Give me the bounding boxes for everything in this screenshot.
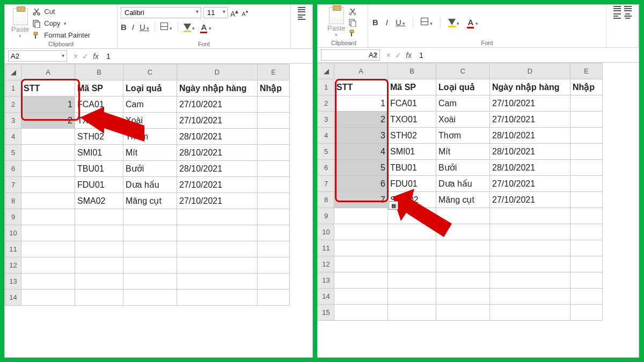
cell[interactable]	[21, 274, 75, 290]
cell[interactable]: TBU01	[75, 161, 123, 177]
row-header[interactable]: 4	[5, 129, 21, 145]
row-header[interactable]: 11	[5, 241, 21, 257]
font-size-combo[interactable]: 11	[203, 7, 228, 18]
cell[interactable]	[490, 240, 570, 256]
table-header-cell[interactable]: Nhập	[258, 80, 290, 97]
cancel-formula-button[interactable]: ×	[74, 52, 78, 61]
row-header[interactable]: 9	[318, 208, 334, 224]
row-header[interactable]: 5	[5, 145, 21, 161]
cell[interactable]: TXO01	[75, 113, 123, 129]
cell[interactable]	[21, 177, 75, 193]
cell[interactable]	[21, 193, 75, 209]
autofill-options-icon[interactable]: ▦	[389, 201, 398, 210]
cell[interactable]	[388, 240, 436, 256]
column-header[interactable]: D	[177, 64, 258, 80]
cell[interactable]	[388, 305, 436, 321]
row-header[interactable]: 15	[318, 305, 334, 321]
cell[interactable]	[258, 241, 290, 257]
cell[interactable]	[570, 128, 603, 144]
cell[interactable]	[75, 274, 123, 290]
increase-font-button[interactable]: A▴	[230, 8, 238, 18]
cell[interactable]: FCA01	[75, 97, 123, 113]
cell[interactable]: FDU01	[388, 176, 436, 192]
cell[interactable]: 28/10/2021	[490, 128, 570, 144]
cell[interactable]	[75, 225, 123, 241]
cell[interactable]: 2	[334, 112, 388, 128]
cell[interactable]: Dưa hấu	[123, 177, 177, 193]
formula-input[interactable]: 1	[415, 51, 428, 60]
cell[interactable]	[334, 240, 388, 256]
cell[interactable]	[258, 129, 290, 145]
name-box[interactable]: A2	[321, 49, 380, 61]
cell[interactable]: 5	[334, 160, 388, 176]
cell[interactable]: Mít	[123, 145, 177, 161]
row-header[interactable]: 12	[318, 256, 334, 272]
row-header[interactable]: 2	[318, 95, 334, 112]
cell[interactable]	[334, 224, 388, 240]
cell[interactable]	[334, 208, 388, 224]
cell[interactable]	[570, 144, 603, 160]
cell[interactable]	[570, 176, 603, 192]
decrease-font-button[interactable]: A▾	[241, 9, 248, 17]
cell[interactable]	[570, 224, 603, 240]
cell[interactable]	[570, 305, 603, 321]
row-header[interactable]: 3	[5, 113, 21, 129]
cell[interactable]	[570, 256, 603, 272]
column-header[interactable]: C	[436, 63, 490, 79]
row-header[interactable]: 6	[318, 160, 334, 176]
cell[interactable]	[75, 209, 123, 225]
cell[interactable]	[21, 129, 75, 145]
cell[interactable]	[570, 192, 603, 208]
bold-button[interactable]: B	[121, 23, 127, 32]
cell[interactable]	[490, 256, 570, 272]
table-header-cell[interactable]: Loại quả	[436, 79, 490, 95]
cell[interactable]: 7	[334, 192, 388, 208]
cell[interactable]	[570, 112, 603, 128]
table-header-cell[interactable]: Ngày nhập hàng	[490, 79, 570, 95]
paste-button[interactable]: Paste ▾	[8, 7, 32, 40]
select-all-corner[interactable]: ◢	[318, 63, 334, 79]
cell[interactable]: 28/10/2021	[490, 144, 570, 160]
font-name-combo[interactable]: Calibri	[121, 7, 201, 18]
cell[interactable]	[123, 257, 177, 274]
cell[interactable]	[490, 208, 570, 224]
cell[interactable]	[258, 290, 290, 306]
align-left-icon[interactable]	[613, 13, 621, 19]
cell[interactable]	[570, 208, 603, 224]
font-color-button[interactable]: A	[200, 23, 211, 32]
format-painter-button[interactable]: Format Painter	[32, 31, 90, 40]
cell[interactable]	[177, 274, 258, 290]
bold-button[interactable]: B	[372, 18, 378, 27]
cell[interactable]	[21, 145, 75, 161]
cell[interactable]	[21, 225, 75, 241]
row-header[interactable]: 2	[5, 97, 21, 113]
cell[interactable]	[334, 256, 388, 272]
italic-button[interactable]: I	[386, 18, 388, 27]
cell[interactable]	[570, 240, 603, 256]
row-header[interactable]: 8	[5, 193, 21, 209]
align-middle-icon[interactable]	[624, 6, 632, 11]
align-top-icon[interactable]	[613, 6, 621, 11]
cell[interactable]	[436, 240, 490, 256]
row-header[interactable]: 6	[5, 161, 21, 177]
cell[interactable]	[334, 289, 388, 305]
cell[interactable]	[258, 225, 290, 241]
cell[interactable]	[334, 305, 388, 321]
fx-button[interactable]: fx	[406, 51, 412, 60]
row-header[interactable]: 13	[318, 272, 334, 289]
formula-input[interactable]: 1	[102, 52, 115, 61]
copy-button[interactable]: Copy ▾	[32, 19, 90, 28]
row-header[interactable]: 8	[318, 192, 334, 208]
cell[interactable]: Mít	[436, 144, 490, 160]
column-header[interactable]: E	[570, 63, 603, 79]
fill-color-button[interactable]	[184, 23, 195, 32]
borders-button[interactable]	[160, 23, 172, 32]
cell[interactable]	[177, 257, 258, 274]
cell[interactable]	[123, 290, 177, 306]
cell[interactable]: 27/10/2021	[490, 112, 570, 128]
cell[interactable]	[21, 161, 75, 177]
copy-icon[interactable]	[348, 18, 357, 27]
paste-button[interactable]: Paste ▾	[324, 6, 348, 39]
cell[interactable]	[75, 257, 123, 274]
column-header[interactable]: B	[388, 63, 436, 79]
